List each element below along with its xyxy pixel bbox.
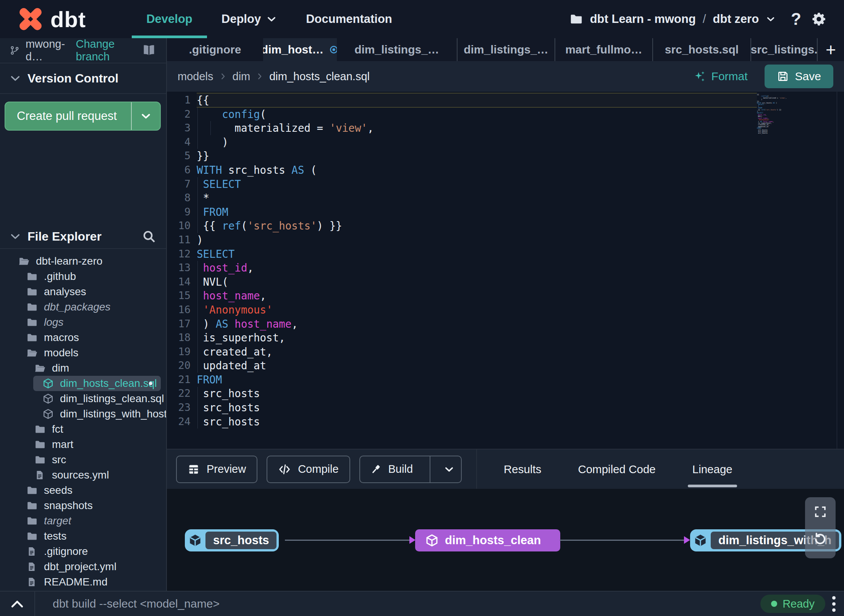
lineage-node-dim_hosts_clean[interactable]: dim_hosts_clean: [415, 529, 560, 551]
tree-item-seeds[interactable]: seeds: [0, 483, 166, 498]
code-pane[interactable]: {{ config( materialized = 'view', )}}WIT…: [197, 93, 756, 428]
expand-command-bar-button[interactable]: [0, 600, 34, 608]
code-line[interactable]: ) AS host_name,: [197, 317, 756, 331]
code-line[interactable]: WITH src_hosts AS (: [197, 163, 756, 177]
breadcrumb-part: dim: [233, 70, 251, 83]
code-line[interactable]: *: [197, 191, 756, 205]
fullscreen-icon[interactable]: [813, 505, 827, 519]
pull-request-dropdown-button[interactable]: [132, 102, 160, 130]
create-pull-request-label[interactable]: Create pull request: [5, 102, 131, 130]
nav-item-documentation[interactable]: Documentation: [291, 0, 407, 38]
code-line[interactable]: {{: [197, 93, 756, 107]
code-line[interactable]: host_name,: [197, 289, 756, 303]
tree-item-macros[interactable]: macros: [0, 330, 166, 345]
editor-tab-0[interactable]: .gitignore: [167, 38, 263, 61]
build-button[interactable]: Build: [359, 456, 462, 483]
tree-item-src[interactable]: src: [0, 452, 166, 467]
editor-tab-6[interactable]: src_listings.: [751, 38, 818, 61]
editor-tab-2[interactable]: dim_listings_…: [337, 38, 458, 61]
code-line[interactable]: src_hosts: [197, 386, 756, 401]
chevron-down-icon: [140, 110, 152, 122]
file-icon: [26, 561, 38, 572]
code-line[interactable]: materialized = 'view',: [197, 121, 756, 135]
unsaved-changes-icon[interactable]: [329, 45, 337, 55]
preview-button[interactable]: Preview: [176, 456, 257, 483]
editor-tab-3[interactable]: dim_listings_…: [458, 38, 555, 61]
refresh-icon[interactable]: [813, 532, 828, 546]
editor-tab-1[interactable]: dim_host…: [263, 38, 337, 61]
version-control-header[interactable]: Version Control: [0, 63, 166, 93]
tree-item-dbt-learn-zero[interactable]: dbt-learn-zero: [0, 254, 166, 269]
code-line[interactable]: FROM: [197, 205, 756, 219]
change-branch-link[interactable]: Change branch: [76, 38, 135, 63]
tree-item-dim[interactable]: dim: [0, 361, 166, 376]
line-number: 17: [167, 317, 191, 331]
code-line[interactable]: ): [197, 135, 756, 149]
line-number: 9: [167, 205, 191, 219]
tree-item-.github[interactable]: .github: [0, 269, 166, 284]
project-selector[interactable]: dbt Learn - mwong / dbt zero: [569, 12, 776, 26]
code-line[interactable]: {{ ref('src_hosts') }}: [197, 219, 756, 233]
tab-results[interactable]: Results: [504, 449, 541, 489]
build-dropdown-button[interactable]: [437, 456, 461, 482]
code-line[interactable]: config(: [197, 107, 756, 121]
tab-lineage[interactable]: Lineage: [692, 449, 732, 489]
code-line[interactable]: 'Anonymous': [197, 303, 756, 317]
editor-scrollbar[interactable]: [837, 92, 837, 449]
nav-item-develop[interactable]: Develop: [132, 0, 207, 38]
editor-tab-5[interactable]: src_hosts.sql: [653, 38, 751, 61]
gear-icon[interactable]: [811, 11, 827, 27]
tree-item-mart[interactable]: mart: [0, 437, 166, 452]
tree-item-dim_listings_clean.sql[interactable]: dim_listings_clean.sql: [0, 391, 166, 406]
code-line[interactable]: is_superhost,: [197, 331, 756, 345]
tree-item-sources.yml[interactable]: sources.yml: [0, 467, 166, 483]
code-line[interactable]: }}: [197, 149, 756, 163]
tree-item-dbt_packages[interactable]: dbt_packages: [0, 299, 166, 315]
code-line[interactable]: FROM: [197, 373, 756, 387]
code-line[interactable]: NVL(: [197, 275, 756, 289]
search-icon[interactable]: [142, 229, 156, 244]
code-line[interactable]: updated_at: [197, 359, 756, 373]
minimap[interactable]: {{ config( materialized = 'view', )}}WIT…: [757, 94, 803, 134]
code-line[interactable]: host_id,: [197, 261, 756, 275]
tree-item-dim_listings_with_hosts[interactable]: dim_listings_with_hosts…: [0, 406, 166, 422]
editor-tab-4[interactable]: mart_fullmo…: [555, 38, 653, 61]
tree-item-fct[interactable]: fct: [0, 422, 166, 437]
code-line[interactable]: SELECT: [197, 177, 756, 191]
save-button[interactable]: Save: [765, 65, 833, 88]
tree-item-snapshots[interactable]: snapshots: [0, 498, 166, 513]
tree-item-analyses[interactable]: analyses: [0, 284, 166, 299]
code-line[interactable]: created_at,: [197, 345, 756, 359]
lineage-node-src_hosts[interactable]: src_hosts: [185, 529, 279, 551]
code-line[interactable]: ): [197, 233, 756, 247]
dbt-logo[interactable]: dbt: [16, 0, 86, 38]
docs-book-icon[interactable]: [141, 43, 157, 58]
folder-icon: [26, 286, 38, 297]
tree-item-target[interactable]: target: [0, 513, 166, 529]
format-button[interactable]: Format: [693, 70, 748, 83]
tree-item-README.md[interactable]: README.md: [0, 574, 166, 590]
help-button[interactable]: ?: [791, 10, 801, 29]
tree-item-logs[interactable]: logs: [0, 315, 166, 330]
tree-item-dim_hosts_clean.sql[interactable]: dim_hosts_clean.sql: [0, 376, 166, 391]
code-editor[interactable]: 123456789101112131415161718192021222324 …: [167, 92, 844, 449]
tree-item-label: README.md: [44, 576, 107, 588]
tree-item-tests[interactable]: tests: [0, 529, 166, 544]
tab-compiled-code[interactable]: Compiled Code: [578, 449, 655, 489]
new-tab-button[interactable]: +: [818, 38, 844, 61]
kebab-menu[interactable]: [832, 596, 836, 612]
nav-label: Deploy: [222, 12, 261, 26]
code-line[interactable]: src_hosts: [197, 415, 756, 429]
compile-button[interactable]: Compile: [267, 456, 350, 483]
command-input[interactable]: dbt build --select <model_name>: [53, 597, 220, 610]
code-line[interactable]: src_hosts: [197, 401, 756, 415]
create-pull-request-button[interactable]: Create pull request: [5, 102, 161, 131]
tree-item-.gitignore[interactable]: .gitignore: [0, 544, 166, 559]
code-line[interactable]: SELECT: [197, 247, 756, 261]
lineage-canvas[interactable]: src_hostsdim_hosts_cleandim_listings_wit…: [167, 489, 844, 591]
nav-item-deploy[interactable]: Deploy: [207, 0, 291, 38]
folder-icon: [26, 271, 38, 282]
file-explorer-header[interactable]: File Explorer: [0, 225, 166, 248]
tree-item-dbt_project.yml[interactable]: dbt_project.yml: [0, 559, 166, 574]
tree-item-models[interactable]: models: [0, 345, 166, 361]
